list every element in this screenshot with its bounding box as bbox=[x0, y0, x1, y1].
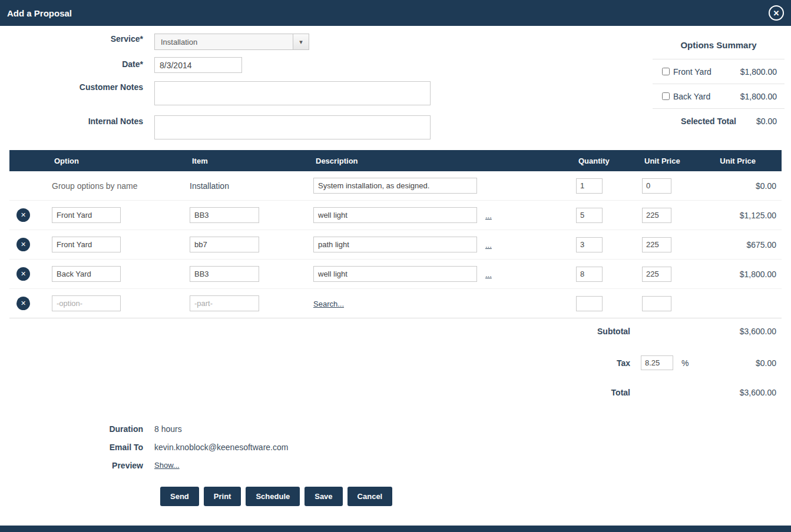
service-label: Service* bbox=[0, 34, 143, 44]
total-label: Total bbox=[412, 388, 630, 397]
more-link[interactable]: ... bbox=[485, 270, 492, 279]
table-row: ✕ ... $1,125.00 bbox=[9, 201, 782, 230]
row-total: $675.00 bbox=[699, 240, 782, 250]
internal-notes-input[interactable] bbox=[154, 115, 431, 139]
unit-price-input[interactable] bbox=[642, 267, 671, 282]
quantity-input[interactable] bbox=[576, 267, 603, 282]
tax-row: Tax % $0.00 bbox=[412, 355, 776, 370]
service-dropdown[interactable]: Installation ▾ bbox=[154, 34, 309, 50]
email-to-label: Email To bbox=[0, 443, 143, 452]
back-yard-checkbox[interactable] bbox=[662, 92, 670, 100]
header-total: Unit Price bbox=[699, 157, 782, 165]
send-button[interactable]: Send bbox=[160, 487, 199, 506]
modal-title: Add a Proposal bbox=[7, 8, 72, 18]
delete-row-icon[interactable]: ✕ bbox=[16, 297, 30, 310]
description-input[interactable] bbox=[313, 266, 477, 282]
front-yard-checkbox[interactable] bbox=[662, 68, 670, 75]
selected-total-amount: $0.00 bbox=[756, 117, 777, 126]
new-part-input[interactable] bbox=[190, 295, 259, 311]
description-input[interactable] bbox=[313, 207, 477, 223]
table-row: ✕ ... $675.00 bbox=[9, 230, 782, 260]
new-option-input[interactable] bbox=[52, 295, 121, 311]
preview-show-link[interactable]: Show... bbox=[154, 461, 180, 470]
customer-notes-input[interactable] bbox=[154, 81, 431, 105]
row-total: $0.00 bbox=[699, 181, 782, 191]
preview-row: Preview Show... bbox=[0, 461, 180, 470]
total-row: Total $3,600.00 bbox=[412, 388, 776, 397]
unit-price-input[interactable] bbox=[642, 237, 671, 252]
option-input[interactable] bbox=[52, 237, 121, 252]
option-label: Back Yard bbox=[673, 92, 710, 101]
new-unit-price-input[interactable] bbox=[642, 296, 671, 311]
table-row: Group options by name Installation $0.00 bbox=[9, 171, 782, 201]
delete-row-icon[interactable]: ✕ bbox=[16, 238, 30, 251]
header-unit-price: Unit Price bbox=[642, 157, 699, 165]
header-quantity: Quantity bbox=[576, 157, 642, 165]
row-item-text: Installation bbox=[190, 181, 313, 191]
print-button[interactable]: Print bbox=[204, 487, 241, 506]
table-header: Option Item Description Quantity Unit Pr… bbox=[9, 150, 782, 171]
preview-label: Preview bbox=[0, 461, 143, 470]
delete-row-icon[interactable]: ✕ bbox=[16, 208, 30, 222]
internal-notes-label: Internal Notes bbox=[0, 117, 143, 126]
header-description: Description bbox=[313, 157, 485, 165]
header-option: Option bbox=[52, 157, 190, 165]
new-quantity-input[interactable] bbox=[576, 296, 603, 311]
cancel-button[interactable]: Cancel bbox=[347, 487, 393, 506]
row-option-text: Group options by name bbox=[52, 181, 190, 191]
option-amount: $1,800.00 bbox=[740, 67, 777, 77]
action-buttons: Send Print Schedule Save Cancel bbox=[160, 487, 392, 506]
subtotal-row: Subtotal $3,600.00 bbox=[412, 327, 776, 336]
row-total: $1,125.00 bbox=[699, 211, 782, 220]
service-dropdown-value: Installation bbox=[155, 38, 293, 46]
item-input[interactable] bbox=[190, 207, 259, 223]
duration-row: Duration 8 hours bbox=[0, 424, 182, 434]
unit-price-input[interactable] bbox=[642, 208, 671, 223]
customer-notes-label: Customer Notes bbox=[0, 82, 143, 92]
more-link[interactable]: ... bbox=[485, 211, 492, 220]
search-link[interactable]: Search... bbox=[313, 300, 344, 308]
tax-rate-input[interactable] bbox=[641, 355, 673, 370]
email-to-row: Email To kevin.knoblock@keenesoftware.co… bbox=[0, 443, 288, 452]
quantity-input[interactable] bbox=[576, 208, 603, 223]
item-input[interactable] bbox=[190, 266, 259, 282]
options-summary-title: Options Summary bbox=[653, 35, 785, 59]
option-input[interactable] bbox=[52, 207, 121, 223]
description-input[interactable] bbox=[313, 237, 477, 252]
percent-sign: % bbox=[681, 358, 689, 368]
option-input[interactable] bbox=[52, 266, 121, 282]
option-label: Front Yard bbox=[673, 67, 711, 77]
unit-price-input[interactable] bbox=[642, 178, 671, 194]
new-item-row: ✕ Search... bbox=[9, 289, 782, 318]
options-summary-row: Back Yard $1,800.00 bbox=[653, 84, 785, 108]
header-item: Item bbox=[190, 157, 313, 165]
item-input[interactable] bbox=[190, 237, 259, 252]
items-table: Option Item Description Quantity Unit Pr… bbox=[9, 150, 782, 318]
options-summary-panel: Options Summary Front Yard $1,800.00 Bac… bbox=[653, 35, 785, 133]
date-input[interactable] bbox=[154, 57, 242, 73]
option-amount: $1,800.00 bbox=[740, 92, 777, 101]
description-input[interactable] bbox=[313, 178, 477, 194]
quantity-input[interactable] bbox=[576, 237, 603, 252]
selected-total-label: Selected Total bbox=[681, 117, 736, 126]
save-button[interactable]: Save bbox=[305, 487, 342, 506]
more-link[interactable]: ... bbox=[485, 241, 492, 250]
bottom-bar bbox=[0, 526, 791, 532]
tax-amount: $0.00 bbox=[756, 358, 776, 368]
date-label: Date* bbox=[0, 59, 143, 69]
total-amount: $3,600.00 bbox=[740, 388, 776, 397]
schedule-button[interactable]: Schedule bbox=[246, 487, 300, 506]
email-to-value: kevin.knoblock@keenesoftware.com bbox=[154, 443, 288, 452]
duration-label: Duration bbox=[0, 424, 143, 434]
quantity-input[interactable] bbox=[576, 178, 603, 194]
selected-total-row: Selected Total $0.00 bbox=[653, 108, 785, 133]
row-total: $1,800.00 bbox=[699, 270, 782, 279]
delete-row-icon[interactable]: ✕ bbox=[16, 267, 30, 281]
duration-value: 8 hours bbox=[154, 424, 182, 434]
close-icon[interactable]: ✕ bbox=[769, 5, 784, 21]
chevron-down-icon[interactable]: ▾ bbox=[293, 34, 309, 49]
tax-label: Tax bbox=[412, 358, 630, 368]
modal-header: Add a Proposal ✕ bbox=[0, 0, 791, 26]
subtotal-amount: $3,600.00 bbox=[740, 327, 776, 336]
options-summary-row: Front Yard $1,800.00 bbox=[653, 59, 785, 84]
